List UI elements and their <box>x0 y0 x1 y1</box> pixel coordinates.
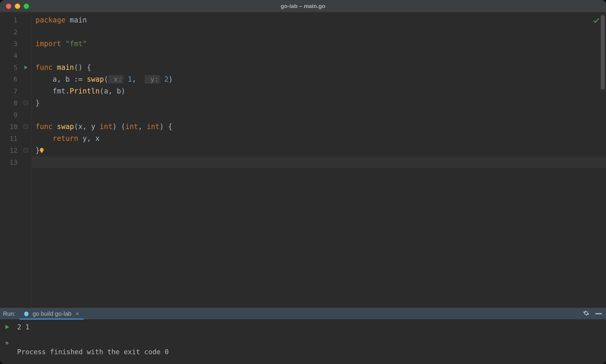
code-line[interactable]: func swap(x, y int) (int, int) { <box>32 121 606 133</box>
code-line[interactable]: } <box>32 97 606 109</box>
run-gutter-icon[interactable] <box>22 64 29 71</box>
run-body: » 2 1 Process finished with the exit cod… <box>0 320 606 364</box>
svg-point-0 <box>24 312 29 317</box>
svg-point-4 <box>27 313 28 313</box>
gutter-line[interactable]: 6 <box>0 73 32 85</box>
gopher-icon <box>23 310 30 317</box>
run-tab[interactable]: go build go-lab × <box>20 308 84 319</box>
console-line: Process finished with the exit code 0 <box>17 348 603 356</box>
gutter-line[interactable]: 8− <box>0 97 32 109</box>
code-line[interactable]: a, b := swap( x: 1, y: 2) <box>32 73 606 85</box>
window-title: go-lab – main.go <box>0 3 606 9</box>
code-line[interactable] <box>32 109 606 121</box>
ide-window: go-lab – main.go 12345678−910−1112−13 pa… <box>0 0 606 364</box>
code-line[interactable]: } <box>32 144 606 156</box>
svg-point-3 <box>25 313 26 313</box>
code-editor[interactable]: package mainimport "fmt"func main() { a,… <box>32 12 606 308</box>
more-actions-icon[interactable]: » <box>5 339 9 347</box>
gutter-line[interactable]: 9 <box>0 109 32 121</box>
editor-area: 12345678−910−1112−13 package mainimport … <box>0 12 606 308</box>
gutter-line[interactable]: 12− <box>0 144 32 156</box>
code-line[interactable] <box>32 156 606 168</box>
minimize-button[interactable] <box>15 4 20 9</box>
run-tool-window: Run: go build go-lab × » 2 1 Process fin… <box>0 308 606 364</box>
run-tabbar: Run: go build go-lab × <box>0 308 606 320</box>
close-button[interactable] <box>6 4 11 9</box>
close-tab-icon[interactable]: × <box>74 310 80 317</box>
gutter-line[interactable]: 10− <box>0 121 32 133</box>
run-panel-label: Run: <box>0 308 20 319</box>
code-line[interactable]: func main() { <box>32 62 606 73</box>
minimize-panel-icon[interactable] <box>595 313 602 314</box>
console-line <box>17 336 603 343</box>
gutter-line[interactable]: 1 <box>0 14 32 26</box>
rerun-icon[interactable] <box>4 324 10 330</box>
gutter-line[interactable]: 13 <box>0 156 32 168</box>
intention-bulb-icon[interactable] <box>38 147 45 154</box>
gutter-line[interactable]: 11 <box>0 133 32 144</box>
fold-icon[interactable]: − <box>22 123 29 130</box>
code-line[interactable] <box>32 26 606 38</box>
fold-icon[interactable]: − <box>22 147 29 154</box>
code-line[interactable]: package main <box>32 14 606 26</box>
console-line: 2 1 <box>17 323 603 331</box>
gutter-line[interactable]: 2 <box>0 26 32 38</box>
gutter-line[interactable]: 3 <box>0 38 32 50</box>
code-line[interactable]: return y, x <box>32 133 606 144</box>
maximize-button[interactable] <box>24 4 29 9</box>
gutter-line[interactable]: 5 <box>0 62 32 73</box>
traffic-lights <box>6 4 29 9</box>
gutter-line[interactable]: 4 <box>0 50 32 62</box>
code-line[interactable]: import "fmt" <box>32 38 606 50</box>
code-line[interactable]: fmt.Println(a, b) <box>32 85 606 97</box>
gear-icon[interactable] <box>583 310 589 318</box>
gutter: 12345678−910−1112−13 <box>0 12 32 308</box>
titlebar: go-lab – main.go <box>0 0 606 12</box>
code-line[interactable] <box>32 50 606 62</box>
gutter-line[interactable]: 7 <box>0 85 32 97</box>
console-output[interactable]: 2 1 Process finished with the exit code … <box>14 320 606 364</box>
fold-icon[interactable]: − <box>22 99 29 107</box>
run-sidebar: » <box>0 320 14 364</box>
run-tab-label: go build go-lab <box>33 310 71 317</box>
